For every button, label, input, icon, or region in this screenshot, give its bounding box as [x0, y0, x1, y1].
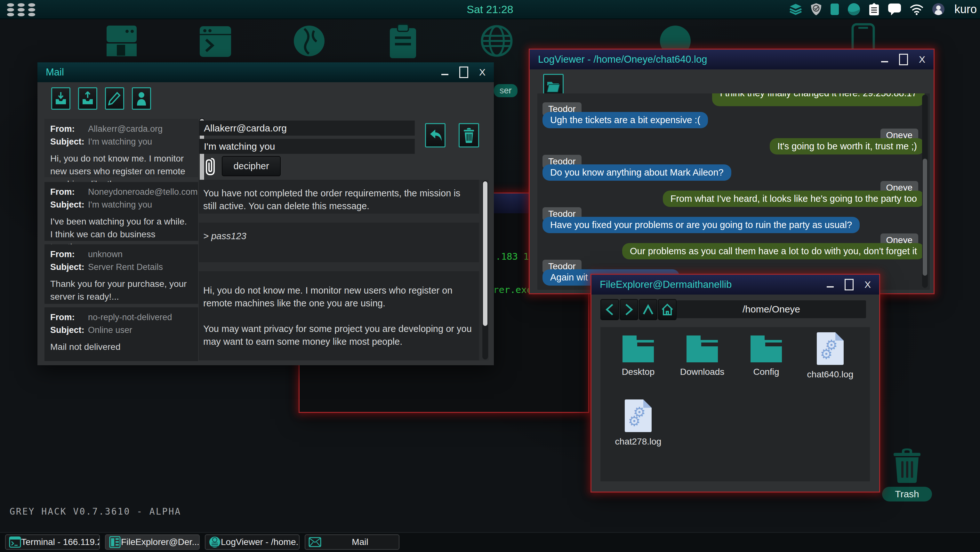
chat-message: Our problems as you call them have a lot…	[622, 243, 924, 259]
taskbar-item-fileexplorer[interactable]: FileExplorer@Der...	[105, 535, 200, 550]
terminal-icon	[9, 536, 21, 548]
clipboard-icon[interactable]	[869, 3, 880, 16]
path-field[interactable]: /home/Oneye	[676, 300, 866, 318]
desktop-icon-browser[interactable]	[479, 22, 514, 61]
forward-icon	[624, 303, 634, 316]
subject-label: Subject:	[50, 136, 81, 147]
open-folder-icon	[546, 80, 560, 93]
home-icon	[661, 303, 674, 316]
file-name: Config	[734, 367, 798, 377]
terminal-output-line: rer.exe	[493, 284, 532, 295]
file-item[interactable]: ⚙⚙ chat278.log	[606, 400, 670, 447]
mail-compose-button[interactable]	[105, 87, 124, 110]
user-avatar[interactable]	[932, 3, 945, 16]
mail-contacts-button[interactable]	[132, 87, 151, 110]
log-file-icon: ⚙⚙	[625, 400, 652, 432]
logviewer-window-title: LogViewer - /home/Oneye/chat640.log	[538, 54, 707, 65]
mail-list-item[interactable]: From:unknown Subject:Server Rent Details…	[45, 244, 198, 304]
username[interactable]: kuro	[955, 3, 977, 16]
maximize-button[interactable]	[845, 279, 854, 290]
fileexplorer-titlebar[interactable]: FileExplorer@Dermaithanellib X	[592, 275, 879, 295]
disk-usage-icon[interactable]	[848, 3, 860, 16]
from-label: From:	[50, 249, 81, 260]
desktop-icon-clipboard[interactable]	[385, 22, 420, 61]
chat-message: It's going to be worth it, trust me ;)	[770, 138, 924, 154]
from-value: unknown	[88, 249, 123, 260]
fileexplorer-content: Desktop Downloads Config ⚙⚙ chat640.log …	[600, 327, 870, 481]
mail-window[interactable]: Mail X From:Allakerr@carda.org Subject:I…	[37, 62, 494, 365]
desktop-icon-globe[interactable]	[291, 22, 327, 61]
maximize-button[interactable]	[459, 67, 468, 78]
file-item[interactable]: Desktop	[606, 335, 670, 377]
mail-list-item[interactable]: From:Allakerr@carda.org Subject:I'm watc…	[45, 119, 198, 177]
memory-icon[interactable]	[830, 3, 839, 15]
from-label: From:	[50, 312, 81, 323]
taskbar-item-label: Terminal - 166.119.2...	[21, 537, 99, 547]
mail-body-scrollbar-thumb[interactable]	[483, 181, 487, 326]
logviewer-window[interactable]: LogViewer - /home/Oneye/chat640.log X I …	[529, 49, 935, 294]
from-value: no-reply-not-delivered	[88, 312, 172, 323]
mail-body-paragraph: You have not completed the order require…	[199, 180, 479, 214]
mail-list-item[interactable]: From:no-reply-not-delivered Subject:Onli…	[45, 307, 198, 361]
file-item[interactable]: Config	[734, 335, 798, 377]
topbar: Sat 21:28 kuro	[0, 0, 980, 19]
chat-icon[interactable]	[888, 3, 901, 16]
taskbar-item-label: Mail	[321, 537, 399, 547]
mail-titlebar[interactable]: Mail X	[37, 62, 494, 82]
forward-button[interactable]	[620, 299, 638, 320]
delete-mail-button[interactable]	[459, 123, 479, 148]
desktop-icon-browser-label[interactable]: ser	[494, 84, 517, 97]
desktop-icon-terminal[interactable]	[198, 22, 233, 61]
trash-label: Trash	[882, 487, 932, 501]
trash-icon	[892, 448, 922, 483]
mail-address-field[interactable]: Allakerr@carda.org	[199, 121, 415, 136]
back-button[interactable]	[600, 299, 619, 320]
up-button[interactable]	[639, 299, 657, 320]
mail-subject-field[interactable]: I'm watching you	[199, 139, 415, 154]
taskbar-item-label: LogViewer - /home...	[221, 537, 299, 547]
mail-window-title: Mail	[46, 67, 64, 78]
taskbar-item-terminal[interactable]: Terminal - 166.119.2...	[5, 535, 100, 550]
inbox-icon	[54, 92, 67, 106]
minimize-button[interactable]	[441, 74, 449, 75]
minimize-button[interactable]	[827, 286, 834, 287]
from-value: Noneydoneroade@tello.com	[88, 186, 198, 197]
up-icon	[642, 303, 654, 316]
shield-icon[interactable]	[810, 3, 822, 16]
chat-scrollbar-thumb[interactable]	[923, 159, 927, 276]
logviewer-titlebar[interactable]: LogViewer - /home/Oneye/chat640.log X	[530, 49, 934, 70]
close-button[interactable]: X	[479, 67, 485, 78]
layers-icon[interactable]	[789, 3, 802, 15]
taskbar-item-mail[interactable]: Mail	[305, 535, 399, 550]
minimize-button[interactable]	[881, 61, 888, 62]
reply-button[interactable]	[425, 123, 445, 148]
wifi-icon[interactable]	[910, 3, 924, 15]
chat-log: I think they finally changed it here: 29…	[538, 94, 930, 290]
chat-message: Ugh the tickets are a bit expensive :(	[542, 112, 708, 128]
folder-icon	[751, 335, 782, 362]
mail-body-scrollbar[interactable]	[482, 180, 488, 360]
pencil-icon	[108, 92, 121, 106]
mail-outbox-button[interactable]	[78, 87, 97, 110]
trash[interactable]: Trash	[882, 448, 932, 501]
decipher-attachment-button[interactable]: decipher	[222, 156, 281, 176]
maximize-button[interactable]	[899, 54, 908, 65]
file-name: Desktop	[606, 367, 670, 377]
mail-body-paragraph: Hi, you do not know me. I monitor new us…	[199, 271, 479, 360]
close-button[interactable]: X	[919, 54, 925, 65]
subject-value: I'm watching you	[88, 136, 152, 147]
home-button[interactable]	[658, 299, 676, 320]
file-item[interactable]: Downloads	[670, 335, 734, 377]
mail-list: From:Allakerr@carda.org Subject:I'm watc…	[37, 117, 205, 362]
file-item[interactable]: ⚙⚙ chat640.log	[798, 332, 862, 380]
desktop-icon-computer[interactable]	[104, 22, 139, 61]
taskbar-item-logviewer[interactable]: LogViewer - /home...	[205, 535, 299, 550]
desktop: ser GREY HACK V0.7.3610 - ALPHA Trash .1…	[0, 0, 980, 552]
mail-list-item[interactable]: From:Noneydoneroade@tello.com Subject:I'…	[45, 182, 198, 241]
close-button[interactable]: X	[864, 279, 871, 290]
fileexplorer-window[interactable]: FileExplorer@Dermaithanellib X /home/One…	[590, 274, 880, 493]
mail-inbox-button[interactable]	[51, 87, 70, 110]
fileexplorer-icon	[109, 536, 121, 548]
taskbar-item-label: FileExplorer@Der...	[121, 537, 199, 547]
chat-scrollbar[interactable]	[922, 95, 928, 288]
